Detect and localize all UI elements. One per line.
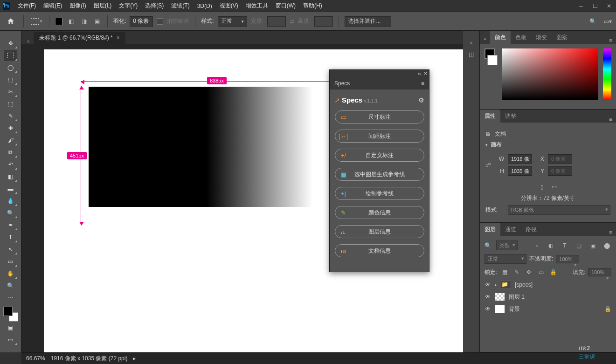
color-panel-menu-icon[interactable]: ≡	[605, 37, 616, 44]
toolbox-expand-icon[interactable]: »	[3, 1, 6, 7]
strip-expand-icon[interactable]: «	[470, 40, 473, 45]
window-minimize-button[interactable]: ─	[574, 1, 588, 11]
color-panel-expand-icon[interactable]: »	[480, 34, 490, 44]
tab-layers[interactable]: 图层	[480, 223, 500, 236]
specs-custom-button[interactable]: +/自定义标注	[335, 149, 424, 162]
current-tool-icon[interactable]: ▾	[29, 14, 43, 28]
layer-visibility-icon[interactable]: 👁	[484, 306, 491, 312]
specs-doc-info-button[interactable]: iᴅ文档信息	[335, 244, 424, 257]
frame-tool[interactable]: ⬚	[4, 98, 17, 110]
hand-tool[interactable]: ✋	[4, 268, 17, 279]
lock-artboard-icon[interactable]: ▭	[536, 268, 546, 277]
lasso-tool[interactable]: ◯	[4, 62, 17, 73]
selection-add-icon[interactable]: ◧	[66, 17, 76, 26]
color-field[interactable]	[502, 48, 598, 100]
healing-tool[interactable]: ✚	[4, 123, 17, 134]
specs-layer-info-button[interactable]: iʟ图层信息	[335, 225, 424, 238]
menu-3d[interactable]: 3D(D)	[194, 1, 216, 11]
strip-icon-1[interactable]: ◫	[467, 50, 476, 59]
color-swatches[interactable]	[3, 307, 18, 322]
tab-properties[interactable]: 属性	[480, 110, 500, 123]
layer-row-background[interactable]: 👁 背景 🔒	[484, 303, 611, 315]
specs-collapse-icon[interactable]: «	[418, 70, 421, 77]
layer-visibility-icon[interactable]: 👁	[484, 294, 491, 300]
orientation-landscape-icon[interactable]: ▭	[549, 182, 559, 192]
menu-filter[interactable]: 滤镜(T)	[167, 0, 193, 12]
feather-input[interactable]	[130, 16, 153, 27]
gradient-tool[interactable]: ▬	[4, 183, 17, 194]
tab-swatches[interactable]: 色板	[511, 31, 531, 44]
specs-close-icon[interactable]: ×	[424, 70, 427, 77]
type-tool[interactable]: T	[4, 232, 17, 243]
blur-tool[interactable]: 💧	[4, 195, 17, 206]
style-select[interactable]: 正常▾	[218, 16, 247, 27]
tab-color[interactable]: 颜色	[490, 31, 511, 44]
layers-panel-menu-icon[interactable]: ≡	[605, 229, 616, 236]
filter-smart-icon[interactable]: ▣	[588, 241, 597, 250]
layer-filter-search-icon[interactable]: 🔍	[484, 242, 491, 249]
menu-type[interactable]: 文字(Y)	[115, 0, 141, 12]
tab-paths[interactable]: 路径	[521, 223, 541, 236]
history-brush-tool[interactable]: ↶	[4, 159, 17, 170]
lock-position-icon[interactable]: ✎	[512, 268, 521, 277]
tab-adjustments[interactable]: 调整	[500, 110, 521, 123]
filter-shape-icon[interactable]: ▢	[574, 241, 583, 250]
lock-move-icon[interactable]: ✥	[524, 268, 533, 277]
fill-input[interactable]: 100%	[588, 268, 611, 276]
quick-select-tool[interactable]: ⬚	[4, 74, 17, 85]
document-tab[interactable]: 未标题-1 @ 66.7%(RGB/8#) * ×	[34, 32, 125, 44]
window-close-button[interactable]: ✕	[602, 1, 616, 11]
workspace-icon[interactable]: ▭▾	[603, 17, 612, 26]
quick-mask-toggle[interactable]: ▣	[4, 322, 17, 333]
layer-row-specs[interactable]: 👁 ▸ 📁 [specs]	[484, 279, 611, 291]
gradient-rectangle-layer[interactable]	[89, 87, 325, 207]
stamp-tool[interactable]: ⧉	[4, 147, 17, 158]
filter-adj-icon[interactable]: ◐	[546, 241, 555, 250]
layer-name[interactable]: [specs]	[515, 282, 533, 288]
pen-tool[interactable]: ✒	[4, 220, 17, 231]
select-and-mask-button[interactable]: 选择并遮住...	[345, 16, 391, 27]
specs-draw-guides-button[interactable]: +|绘制参考线	[335, 187, 424, 200]
canvas-height-input[interactable]	[508, 166, 532, 176]
link-icon[interactable]: ☍	[485, 162, 491, 168]
menu-select[interactable]: 选择(S)	[141, 0, 167, 12]
specs-tab-label[interactable]: Specs	[334, 80, 350, 87]
document-dimensions[interactable]: 1916 像素 x 1035 像素 (72 ppi)	[51, 355, 128, 363]
selection-subtract-icon[interactable]: ◨	[79, 17, 89, 26]
specs-panel[interactable]: « × Specs ≡ ↗Specs v.1.1.1 ⚙ ▭尺寸标注 |↔|间距…	[329, 69, 429, 272]
more-tools[interactable]: ⋯	[4, 292, 17, 303]
menu-edit[interactable]: 编辑(E)	[40, 0, 66, 12]
tabbar-expand-icon[interactable]: »	[27, 39, 30, 44]
lock-all-icon[interactable]: 🔒	[548, 268, 558, 277]
window-maximize-button[interactable]: ☐	[588, 1, 602, 11]
color-mode-select[interactable]: RGB 颜色	[508, 205, 610, 215]
orientation-portrait-icon[interactable]: ▯	[537, 182, 547, 192]
screen-mode-toggle[interactable]: ▭	[4, 334, 17, 345]
dodge-tool[interactable]: 🔍	[4, 207, 17, 219]
menu-help[interactable]: 帮助(H)	[299, 0, 326, 12]
crop-tool[interactable]: ✂	[4, 86, 17, 97]
zoom-level[interactable]: 66.67%	[26, 355, 45, 362]
brush-tool[interactable]: 🖌	[4, 135, 17, 146]
move-tool[interactable]: ✥	[4, 38, 17, 49]
tab-gradients[interactable]: 渐变	[531, 31, 552, 44]
eyedropper-tool[interactable]: ✎	[4, 110, 17, 122]
selection-intersect-icon[interactable]: ▣	[92, 17, 102, 26]
home-button[interactable]	[4, 14, 18, 28]
group-expand-icon[interactable]: ▸	[495, 282, 497, 287]
path-select-tool[interactable]: ↖	[4, 244, 17, 255]
tab-patterns[interactable]: 图案	[552, 31, 572, 44]
filter-type-icon[interactable]: T	[560, 241, 569, 250]
layer-filter-select[interactable]: 类型	[496, 240, 518, 250]
canvas-section-header[interactable]: ▾画布	[485, 141, 610, 149]
zoom-tool[interactable]: 🔍	[4, 280, 17, 291]
specs-panel-menu-icon[interactable]: ≡	[421, 80, 424, 87]
search-icon[interactable]: 🔍	[588, 17, 597, 26]
specs-spacing-button[interactable]: |↔|间距标注	[335, 130, 424, 143]
menu-view[interactable]: 视图(V)	[216, 0, 242, 12]
specs-color-info-button[interactable]: ✎颜色信息	[335, 206, 424, 219]
shape-tool[interactable]: ▭	[4, 256, 17, 267]
selection-new-icon[interactable]	[55, 18, 62, 25]
blend-mode-select[interactable]: 正常	[484, 254, 526, 264]
status-expand-icon[interactable]: ▸	[133, 355, 136, 362]
